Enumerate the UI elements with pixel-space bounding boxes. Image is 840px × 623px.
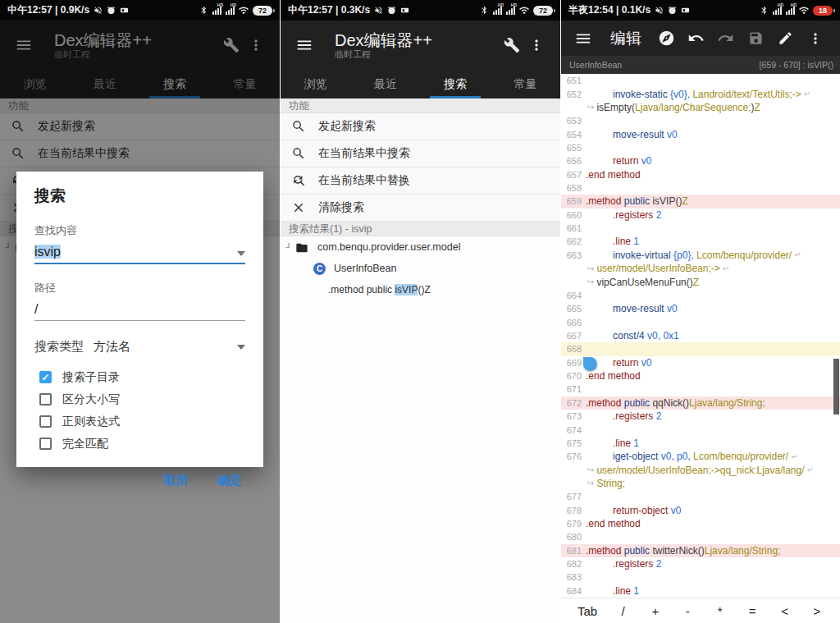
text-cursor-handle[interactable] <box>583 357 597 371</box>
code-line[interactable]: 676iget-object v0, p0, Lcom/benqu/provid… <box>561 450 840 463</box>
code-line[interactable]: 672.method public qqNick()Ljava/lang/Str… <box>561 396 840 410</box>
undo-icon[interactable] <box>683 26 708 51</box>
symbol-key[interactable]: * <box>714 604 727 618</box>
code-line[interactable]: 664 <box>561 289 840 302</box>
symbol-key[interactable]: Tab <box>578 604 597 618</box>
code-line[interactable]: 658 <box>561 181 840 195</box>
breadcrumb-range: [659 - 670] : isVIP() <box>760 60 833 70</box>
code-line[interactable]: 670.end method <box>561 369 840 383</box>
checkbox-unchecked-icon[interactable] <box>39 437 52 450</box>
overflow-menu-icon[interactable] <box>803 26 828 51</box>
code-line[interactable]: 651 <box>561 74 840 87</box>
path-input[interactable]: / <box>34 302 245 321</box>
collapse-icon[interactable]: ┘ <box>282 243 295 252</box>
line-number: 663 <box>561 250 586 260</box>
checkbox-checked-icon[interactable]: ✓ <box>39 371 52 383</box>
navigate-compass-icon[interactable] <box>654 26 678 51</box>
code-line[interactable]: 669return v0 <box>561 356 840 369</box>
code-line[interactable]: 652invoke-static {v0}, Landroid/text/Tex… <box>561 87 840 100</box>
code-line[interactable]: ↪vipCanUseMenuFun()Z <box>561 275 840 288</box>
code-line[interactable]: 677 <box>561 490 840 503</box>
code-line[interactable]: 665move-result v0 <box>561 302 840 315</box>
menu-item[interactable]: 清除搜索 <box>281 195 560 222</box>
redo-icon[interactable] <box>714 26 738 51</box>
code-line[interactable]: 661 <box>561 222 840 235</box>
checkbox-unchecked-icon[interactable] <box>39 415 52 428</box>
code-line[interactable]: 671 <box>561 383 840 396</box>
code-line[interactable]: 654move-result v0 <box>561 127 840 140</box>
cancel-button[interactable]: 取消 <box>163 473 188 488</box>
class-icon: C <box>313 263 326 275</box>
tab-4[interactable]: 常量 <box>491 70 560 98</box>
option-checkbox-row[interactable]: ✓搜索子目录 <box>39 366 245 388</box>
editor-breadcrumb: UserInfoBean [659 - 670] : isVIP() <box>561 56 840 74</box>
screen: 中午12:57 | 0.9K/s HD HD 72 Dex编辑器++ 临时工程 <box>0 0 840 623</box>
checkbox-unchecked-icon[interactable] <box>39 393 52 405</box>
editor-title: 编辑 <box>610 28 641 49</box>
code-line[interactable]: ↪user/model/UserInfoBean;->qq_nick:Ljava… <box>561 463 840 476</box>
code-line[interactable]: 667const/4 v0, 0x1 <box>561 329 840 342</box>
code-line[interactable]: 657.end method <box>561 168 840 181</box>
code-line[interactable]: ↪String; <box>561 477 840 490</box>
code-line[interactable]: 655 <box>561 141 840 154</box>
code-line[interactable]: 662.line 1 <box>561 235 840 248</box>
code-token: user/model/UserInfoBean;->qq_nick:Ljava/… <box>596 465 804 476</box>
code-line[interactable]: 653 <box>561 114 840 127</box>
ok-button[interactable]: 确定 <box>217 473 242 488</box>
scrollbar-thumb[interactable] <box>833 359 839 415</box>
code-line[interactable]: 682.registers 2 <box>561 557 840 570</box>
dropdown-caret-icon[interactable] <box>237 251 245 256</box>
result-method-row[interactable]: .method public isVIP()Z <box>281 279 560 300</box>
symbol-key[interactable]: - <box>681 604 694 618</box>
code-line[interactable]: 683 <box>561 570 840 584</box>
overflow-menu-icon[interactable] <box>524 33 549 57</box>
search-type-dropdown[interactable]: 搜索类型 方法名 <box>34 339 245 355</box>
option-checkbox-row[interactable]: 区分大小写 <box>39 388 245 410</box>
code-token: const/4 <box>613 330 645 341</box>
wrench-icon[interactable] <box>500 33 524 57</box>
option-checkbox-row[interactable]: 正则表达式 <box>39 410 245 433</box>
symbol-key[interactable]: = <box>746 604 759 618</box>
find-input[interactable]: isvip <box>34 245 245 264</box>
code-line[interactable]: 679.end method <box>561 517 840 530</box>
code-line[interactable]: 663invoke-virtual {p0}, Lcom/benqu/provi… <box>561 249 840 262</box>
code-line[interactable]: 660.registers 2 <box>561 208 840 222</box>
code-line[interactable]: 681.method public twitterNick()Ljava/lan… <box>561 544 840 557</box>
save-icon[interactable] <box>743 26 768 51</box>
hamburger-menu-icon[interactable] <box>571 26 596 51</box>
code-line[interactable]: 674 <box>561 423 840 436</box>
code-line[interactable]: 659.method public isVIP()Z <box>561 195 840 208</box>
tab-2[interactable]: 最近 <box>350 70 420 98</box>
line-number: 660 <box>561 210 586 220</box>
code-line[interactable]: 678return-object v0 <box>561 504 840 517</box>
hamburger-menu-icon[interactable] <box>292 33 317 57</box>
code-line[interactable]: 668 <box>561 342 840 355</box>
symbol-key[interactable]: < <box>778 604 792 618</box>
code-line[interactable]: 684.line 1 <box>561 584 840 598</box>
result-class-row[interactable]: CUserInfoBean <box>281 258 560 279</box>
code-line[interactable]: ↪isEmpty(Ljava/lang/CharSequence;)Z <box>561 101 840 114</box>
code-line[interactable]: ↪user/model/UserInfoBean;->↵ <box>561 262 840 275</box>
menu-item[interactable]: 在当前结果中替换 <box>281 167 560 195</box>
symbol-key[interactable]: / <box>617 604 630 618</box>
dropdown-caret-icon[interactable] <box>237 345 245 350</box>
symbol-key[interactable]: + <box>649 604 662 618</box>
symbol-key[interactable]: > <box>810 604 824 618</box>
code-line[interactable]: 675.line 1 <box>561 437 840 450</box>
tab-3[interactable]: 搜索 <box>421 70 491 98</box>
code-token: Z <box>693 277 699 288</box>
code-line[interactable]: 680 <box>561 530 840 543</box>
menu-item[interactable]: 在当前结果中搜索 <box>281 140 560 167</box>
search-menu: 发起新搜索在当前结果中搜索在当前结果中替换清除搜索 <box>281 113 560 222</box>
option-checkbox-row[interactable]: 完全匹配 <box>39 433 245 455</box>
code-line[interactable]: 666 <box>561 315 840 328</box>
code-editor[interactable]: 651652invoke-static {v0}, Landroid/text/… <box>561 74 840 598</box>
result-package-row[interactable]: ┘com.benqu.provider.user.model <box>281 236 560 258</box>
tab-1[interactable]: 浏览 <box>281 70 350 98</box>
menu-item-label: 发起新搜索 <box>318 119 376 134</box>
menu-item[interactable]: 发起新搜索 <box>281 113 560 140</box>
code-line[interactable]: 656return v0 <box>561 154 840 167</box>
line-number: 662 <box>561 236 586 246</box>
code-line[interactable]: 673.registers 2 <box>561 410 840 423</box>
edit-pencil-icon[interactable] <box>773 26 797 51</box>
